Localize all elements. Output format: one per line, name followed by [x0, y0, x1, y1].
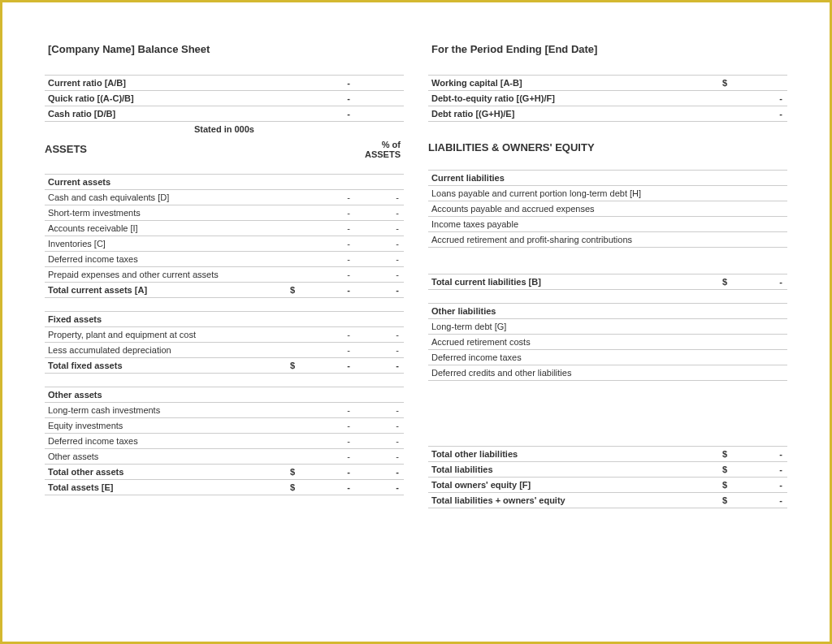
fixed-assets-header: Fixed assets: [45, 312, 404, 327]
total-liabilities: Total liabilities: [428, 462, 719, 478]
company-title: [Company Name] Balance Sheet: [45, 41, 404, 62]
ratio-label: Working capital [A-B]: [428, 76, 719, 91]
current-assets-header: Current assets: [45, 175, 404, 190]
document-content: [Company Name] Balance Sheet Current rat…: [2, 2, 830, 525]
line-item: Long-term debt [G]: [428, 319, 719, 335]
line-item: Cash and cash equivalents [D]: [45, 190, 287, 205]
total-assets: Total assets [E]: [45, 480, 287, 495]
ratio-value: -: [306, 106, 355, 122]
ratio-label: Current ratio [A/B]: [45, 76, 287, 91]
ratio-label: Quick ratio [(A-C)/B]: [45, 91, 287, 106]
total-owners-equity: Total owners' equity [F]: [428, 478, 719, 493]
stated-in-label: Stated in 000s: [45, 122, 404, 137]
assets-column: [Company Name] Balance Sheet Current rat…: [45, 41, 404, 508]
other-assets-header: Other assets: [45, 387, 404, 403]
line-item: Prepaid expenses and other current asset…: [45, 267, 287, 283]
line-item: Long-term cash investments: [45, 403, 287, 418]
total-fixed-assets: Total fixed assets: [45, 358, 287, 374]
ratio-value: -: [306, 91, 355, 106]
total-other-assets: Total other assets: [45, 465, 287, 480]
line-item: Accrued retirement costs: [428, 335, 719, 350]
total-current-assets: Total current assets [A]: [45, 283, 287, 298]
assets-table: [Company Name] Balance Sheet Current rat…: [45, 41, 404, 495]
line-item: Loans payable and current portion long-t…: [428, 186, 719, 201]
line-item: Accounts payable and accrued expenses: [428, 201, 719, 217]
total-other-liabilities: Total other liabilities: [428, 447, 719, 462]
percent-assets-header: % of ASSETS: [355, 136, 404, 161]
line-item: Deferred credits and other liabilities: [428, 365, 719, 381]
liabilities-table: For the Period Ending [End Date] Working…: [428, 41, 787, 508]
other-liabilities-header: Other liabilities: [428, 304, 787, 319]
line-item: Accounts receivable [I]: [45, 221, 287, 236]
line-item: Deferred income taxes: [45, 252, 287, 267]
period-title: For the Period Ending [End Date]: [428, 41, 787, 62]
liabilities-header: LIABILITIES & OWNERS' EQUITY: [428, 138, 787, 157]
ratio-label: Debt ratio [(G+H)/E]: [428, 106, 719, 122]
line-item: Short-term investments: [45, 205, 287, 221]
line-item: Accrued retirement and profit-sharing co…: [428, 232, 719, 248]
current-liabilities-header: Current liabilities: [428, 171, 787, 186]
assets-header: ASSETS: [45, 136, 287, 161]
total-liabilities-equity: Total liabilities + owners' equity: [428, 493, 719, 508]
line-item: Other assets: [45, 449, 287, 465]
line-item: Deferred income taxes: [428, 350, 719, 365]
document-border: [Company Name] Balance Sheet Current rat…: [0, 0, 832, 644]
line-item: Inventories [C]: [45, 236, 287, 252]
line-item: Equity investments: [45, 418, 287, 434]
total-current-liabilities: Total current liabilities [B]: [428, 274, 719, 290]
liabilities-column: For the Period Ending [End Date] Working…: [428, 41, 787, 508]
ratio-value: -: [306, 76, 355, 91]
line-item: Property, plant and equipment at cost: [45, 327, 287, 343]
line-item: Less accumulated depreciation: [45, 343, 287, 358]
line-item: Income taxes payable: [428, 217, 719, 232]
line-item: Deferred income taxes: [45, 434, 287, 449]
ratio-label: Cash ratio [D/B]: [45, 106, 287, 122]
ratio-label: Debt-to-equity ratio [(G+H)/F]: [428, 91, 719, 106]
